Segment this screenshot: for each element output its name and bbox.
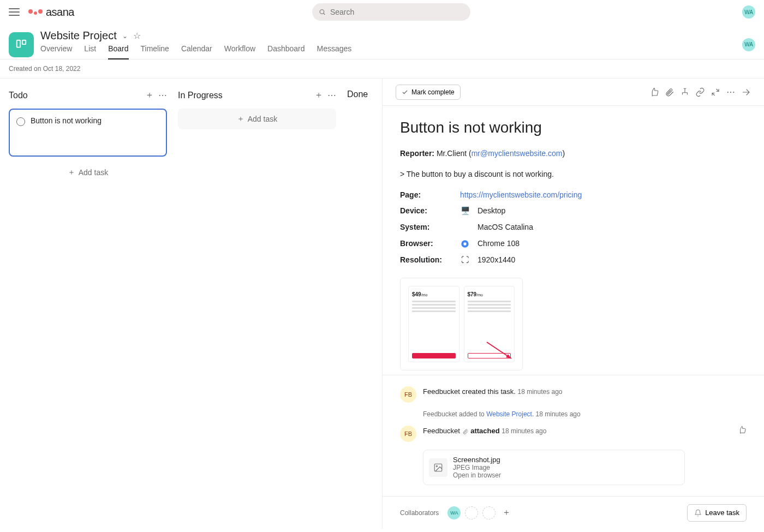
- chevron-down-icon[interactable]: ⌄: [122, 32, 128, 40]
- collaborator-placeholder[interactable]: [465, 506, 478, 519]
- svg-point-5: [730, 91, 731, 92]
- search-icon: [319, 8, 326, 16]
- more-icon[interactable]: ⋯: [327, 90, 336, 100]
- svg-point-12: [436, 465, 437, 467]
- attachment-type: JPEG Image: [453, 464, 490, 471]
- user-avatar[interactable]: WA: [742, 5, 755, 19]
- add-collaborator-button[interactable]: ＋: [500, 506, 513, 519]
- plus-icon[interactable]: ＋: [314, 89, 323, 101]
- tab-board[interactable]: Board: [108, 44, 128, 59]
- attachment-icon[interactable]: [665, 87, 675, 97]
- tab-overview[interactable]: Overview: [40, 44, 72, 59]
- task-title[interactable]: Button is not working: [400, 119, 747, 136]
- user-avatar[interactable]: FB: [400, 426, 416, 442]
- column-title: In Progress: [178, 91, 223, 100]
- reporter-label: Reporter:: [400, 149, 434, 158]
- device-label: Device:: [400, 205, 455, 218]
- column-title: Done: [347, 89, 368, 99]
- activity-time: 18 minutes ago: [517, 388, 562, 396]
- task-card[interactable]: Button is not working: [9, 109, 167, 157]
- resolution-label: Resolution:: [400, 254, 455, 267]
- add-task-label: Add task: [79, 168, 108, 177]
- collaborator-placeholder[interactable]: [482, 506, 496, 519]
- mark-complete-label: Mark complete: [411, 88, 455, 96]
- attachment-card[interactable]: Screenshot.jpg JPEG Image Open in browse…: [423, 450, 685, 485]
- search-field[interactable]: [330, 8, 464, 16]
- task-detail-panel: Mark complete Button is not working Repo…: [382, 79, 764, 529]
- leave-task-button[interactable]: Leave task: [687, 504, 747, 522]
- subtask-icon[interactable]: [680, 87, 690, 97]
- like-icon[interactable]: [738, 426, 747, 434]
- tab-calendar[interactable]: Calendar: [181, 44, 212, 59]
- activity-action: created this task.: [462, 387, 516, 396]
- annotation-arrow-icon: [484, 339, 517, 361]
- plus-icon[interactable]: ＋: [145, 89, 154, 101]
- details-grid: Page: https://myclientswebsite.com/prici…: [400, 189, 747, 267]
- reporter-email[interactable]: mr@myclientswebsite.com: [471, 149, 563, 158]
- mark-complete-button[interactable]: Mark complete: [396, 85, 461, 100]
- task-card-title: Button is not working: [31, 116, 102, 149]
- plus-icon: ＋: [237, 114, 244, 124]
- add-task-button[interactable]: ＋ Add task: [9, 162, 167, 183]
- check-icon: [402, 89, 408, 95]
- activity-actor[interactable]: Feedbucket: [423, 387, 460, 396]
- tab-messages[interactable]: Messages: [317, 44, 352, 59]
- main: Todo ＋ ⋯ Button is not working ＋ Add tas…: [0, 78, 764, 529]
- project-icon: [9, 32, 34, 57]
- like-icon[interactable]: [649, 87, 659, 97]
- tab-workflow[interactable]: Workflow: [224, 44, 255, 59]
- task-description: Reporter: Mr.Client (mr@myclientswebsite…: [400, 147, 747, 375]
- activity-feed: FB Feedbucket created this task. 18 minu…: [383, 375, 764, 496]
- more-icon[interactable]: ⋯: [158, 90, 167, 100]
- collaborators-label: Collaborators: [400, 509, 439, 517]
- board: Todo ＋ ⋯ Button is not working ＋ Add tas…: [0, 79, 382, 529]
- close-icon[interactable]: [741, 87, 751, 97]
- activity-time: 18 minutes ago: [502, 427, 546, 435]
- screenshot-thumbnail[interactable]: $49/mo $79/mo: [400, 278, 523, 370]
- search-input[interactable]: [312, 3, 470, 21]
- open-in-browser-link[interactable]: Open in browser: [453, 471, 501, 479]
- more-icon[interactable]: [726, 87, 736, 97]
- chrome-icon: [460, 239, 470, 249]
- svg-line-1: [324, 14, 325, 15]
- reporter-name: Mr.Client (: [437, 149, 471, 158]
- bell-icon: [694, 509, 702, 517]
- svg-rect-3: [22, 40, 26, 44]
- star-icon[interactable]: ☆: [133, 31, 141, 41]
- asana-logo[interactable]: asana: [28, 6, 74, 19]
- project-link[interactable]: Website Project: [486, 410, 532, 418]
- project-member-avatar[interactable]: WA: [742, 38, 755, 51]
- tab-timeline[interactable]: Timeline: [141, 44, 169, 59]
- browser-value: Chrome 108: [478, 237, 747, 250]
- resolution-icon: ⛶: [460, 255, 470, 265]
- column-done: Done: [347, 89, 382, 518]
- page-link[interactable]: https://myclientswebsite.com/pricing: [460, 190, 582, 199]
- quote-text: > The button to buy a discount is not wo…: [400, 168, 747, 181]
- system-label: System:: [400, 221, 455, 234]
- activity-actor[interactable]: Feedbucket: [423, 427, 460, 435]
- link-icon[interactable]: [695, 87, 705, 97]
- column-title: Todo: [9, 91, 28, 100]
- add-task-label: Add task: [248, 115, 277, 123]
- svg-rect-2: [17, 40, 20, 47]
- panel-toolbar: Mark complete: [383, 79, 764, 106]
- svg-point-8: [463, 242, 466, 245]
- collaborator-avatar[interactable]: WA: [447, 506, 461, 519]
- leave-task-label: Leave task: [705, 509, 739, 517]
- tab-list[interactable]: List: [84, 44, 96, 59]
- add-task-button[interactable]: ＋ Add task: [178, 109, 336, 129]
- activity-item: FB Feedbucket attached 18 minutes ago: [400, 426, 747, 442]
- activity-actor: Feedbucket: [423, 410, 457, 418]
- attachment-icon: [462, 428, 469, 435]
- desktop-icon: 🖥️: [460, 206, 470, 216]
- apple-icon: [460, 223, 470, 232]
- browser-label: Browser:: [400, 237, 455, 250]
- menu-icon[interactable]: [9, 8, 20, 16]
- tab-dashboard[interactable]: Dashboard: [267, 44, 305, 59]
- expand-icon[interactable]: [711, 87, 720, 97]
- complete-checkbox[interactable]: [16, 117, 25, 126]
- column-in-progress: In Progress ＋ ⋯ ＋ Add task: [178, 89, 336, 518]
- user-avatar[interactable]: FB: [400, 386, 416, 403]
- system-value: MacOS Catalina: [478, 221, 747, 234]
- column-todo: Todo ＋ ⋯ Button is not working ＋ Add tas…: [9, 89, 167, 518]
